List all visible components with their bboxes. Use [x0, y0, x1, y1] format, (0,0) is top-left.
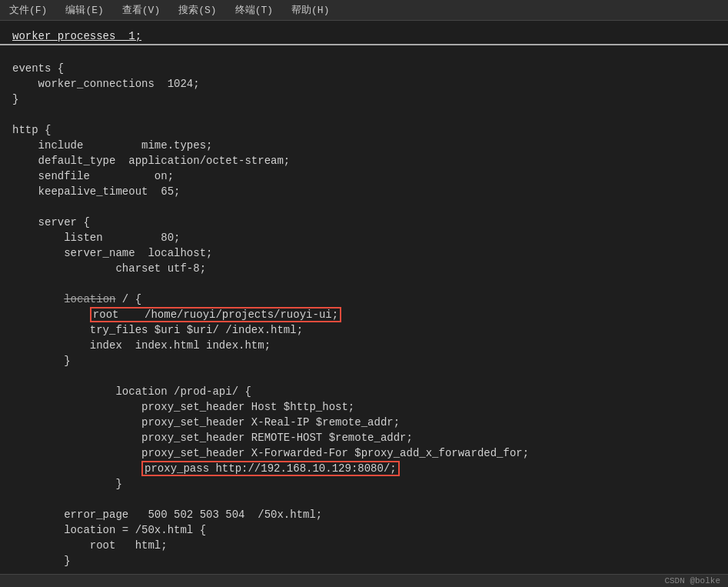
menu-help[interactable]: 帮助(H)	[288, 2, 332, 18]
code-line-15: server_name localhost;	[0, 245, 728, 261]
menu-bar: 文件(F) 编辑(E) 查看(V) 搜索(S) 终端(T) 帮助(H)	[0, 0, 728, 21]
code-line-20: try_files $uri $uri/ /index.html;	[0, 322, 728, 338]
code-line-14: listen 80;	[0, 230, 728, 245]
code-line-12	[0, 199, 728, 215]
code-line-4: worker_connections 1024;	[0, 76, 728, 92]
code-line-16: charset utf-8;	[0, 261, 728, 276]
code-line-7: http {	[0, 122, 728, 138]
code-line-3: events {	[0, 61, 728, 76]
menu-edit[interactable]: 编辑(E)	[62, 2, 106, 18]
menu-file[interactable]: 文件(F)	[6, 2, 50, 18]
code-line-34: root html;	[0, 538, 728, 553]
code-line-33: location = /50x.html {	[0, 522, 728, 538]
highlighted-proxy-pass: proxy_pass http://192.168.10.129:8080/;	[141, 461, 400, 476]
code-line-9: default_type application/octet-stream;	[0, 153, 728, 168]
code-line-28: proxy_set_header X-Forwarded-For $proxy_…	[0, 445, 728, 461]
menu-terminal[interactable]: 终端(T)	[232, 2, 276, 18]
code-line-27: proxy_set_header REMOTE-HOST $remote_add…	[0, 430, 728, 445]
code-line-29: proxy_pass http://192.168.10.129:8080/;	[0, 461, 728, 476]
code-line-21: index index.html index.htm;	[0, 338, 728, 353]
code-line-6	[0, 107, 728, 122]
code-line-1: worker_processes 1;	[0, 28, 728, 45]
code-line-26: proxy_set_header X-Real-IP $remote_addr;	[0, 415, 728, 430]
code-line-31	[0, 492, 728, 507]
line-content-1: worker_processes 1;	[0, 28, 728, 45]
code-line-11: keepalive_timeout 65;	[0, 184, 728, 199]
code-area[interactable]: worker_processes 1; events { worker_conn…	[0, 21, 728, 574]
code-line-2	[0, 45, 728, 61]
code-line-10: sendfile on;	[0, 168, 728, 184]
code-line-25: proxy_set_header Host $http_host;	[0, 399, 728, 415]
menu-view[interactable]: 查看(V)	[119, 2, 163, 18]
code-line-30: }	[0, 476, 728, 492]
code-line-23	[0, 369, 728, 384]
bottom-bar: CSDN @bolke	[0, 574, 728, 587]
code-line-8: include mime.types;	[0, 138, 728, 153]
code-line-32: error_page 500 502 503 504 /50x.html;	[0, 507, 728, 522]
code-line-17	[0, 276, 728, 292]
code-line-36	[0, 569, 728, 574]
code-line-35: }	[0, 553, 728, 569]
code-line-19: root /home/ruoyi/projects/ruoyi-ui;	[0, 307, 728, 322]
code-line-5: }	[0, 92, 728, 107]
highlighted-root: root /home/ruoyi/projects/ruoyi-ui;	[90, 307, 341, 322]
code-line-22: }	[0, 353, 728, 369]
code-line-13: server {	[0, 215, 728, 230]
bottom-bar-text: CSDN @bolke	[664, 576, 720, 585]
code-line-24: location /prod-api/ {	[0, 384, 728, 399]
menu-search[interactable]: 搜索(S)	[175, 2, 219, 18]
code-line-18: location / {	[0, 292, 728, 307]
